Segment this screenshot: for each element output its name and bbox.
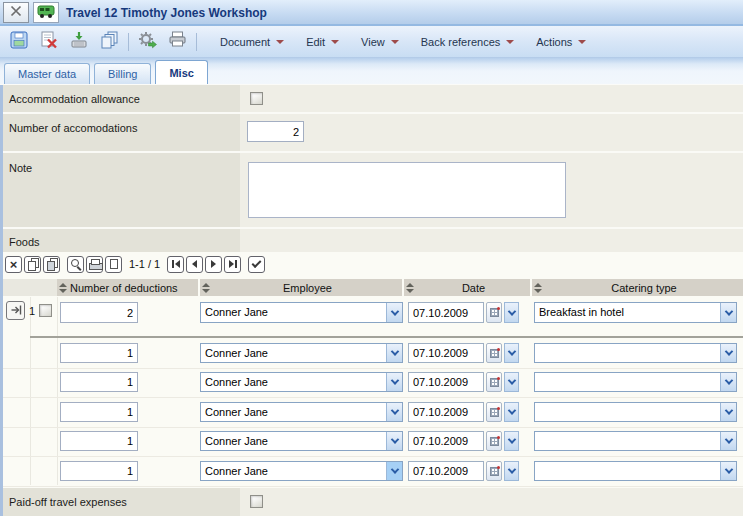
chevron-down-icon[interactable]: [720, 303, 736, 322]
calendar-button[interactable]: [486, 402, 502, 422]
date-input[interactable]: [408, 372, 484, 392]
date-input[interactable]: [408, 343, 484, 363]
save-icon: [10, 31, 29, 53]
chevron-down-icon[interactable]: [386, 344, 402, 362]
new-row-button[interactable]: [105, 256, 122, 273]
sort-icon[interactable]: [59, 283, 67, 293]
column-header-date[interactable]: Date: [404, 279, 530, 296]
employee-value: Conner Jane: [201, 462, 386, 480]
chevron-down-icon[interactable]: [720, 432, 736, 450]
calendar-button[interactable]: [486, 302, 502, 323]
deductions-input[interactable]: [60, 343, 138, 363]
window-title: Travel 12 Timothy Jones Workshop: [66, 6, 267, 20]
open-row-button[interactable]: [6, 301, 25, 320]
deductions-input[interactable]: [60, 461, 138, 481]
catering-type-select[interactable]: Breakfast in hotel: [534, 302, 737, 323]
sort-icon[interactable]: [534, 283, 542, 293]
chevron-down-icon[interactable]: [504, 402, 519, 422]
chevron-down-icon[interactable]: [386, 432, 402, 450]
date-input[interactable]: [408, 402, 484, 422]
employee-select[interactable]: Conner Jane: [200, 402, 403, 422]
catering-type-select[interactable]: [534, 402, 737, 422]
process-button[interactable]: [134, 29, 160, 55]
nav-next-button[interactable]: [205, 256, 222, 273]
column-header-catering-type[interactable]: Catering type: [532, 279, 743, 296]
search-button[interactable]: [67, 256, 84, 273]
nav-previous-button[interactable]: [186, 256, 203, 273]
tab-master-data[interactable]: Master data: [4, 63, 90, 84]
date-input[interactable]: [408, 461, 484, 481]
import-basket-button[interactable]: [66, 29, 92, 55]
deductions-input[interactable]: [60, 372, 138, 392]
note-field: [240, 153, 743, 227]
column-header-number-of-deductions[interactable]: Number of deductions: [57, 279, 198, 296]
delete-document-button[interactable]: [36, 29, 62, 55]
calendar-button[interactable]: [486, 461, 502, 481]
tab-billing[interactable]: Billing: [94, 63, 151, 84]
calendar-icon: [490, 437, 499, 446]
copy-row-button[interactable]: [24, 256, 41, 273]
copy-icon: [100, 31, 119, 53]
calendar-button[interactable]: [486, 431, 502, 451]
chevron-down-icon[interactable]: [504, 302, 519, 323]
print-table-button[interactable]: [86, 256, 103, 273]
chevron-down-icon[interactable]: [504, 343, 519, 363]
chevron-down-icon[interactable]: [386, 403, 402, 421]
chevron-down-icon[interactable]: [720, 403, 736, 421]
chevron-down-icon[interactable]: [386, 373, 402, 391]
deductions-input[interactable]: [60, 431, 138, 451]
number-of-accomodations-label: Number of accomodations: [3, 114, 240, 151]
catering-type-select[interactable]: [534, 343, 737, 363]
accommodation-allowance-checkbox[interactable]: [250, 92, 263, 105]
copy-button[interactable]: [96, 29, 122, 55]
sort-icon[interactable]: [202, 283, 210, 293]
copy-with-contents-button[interactable]: [43, 256, 60, 273]
nav-last-button[interactable]: [224, 256, 241, 273]
row-select-checkbox[interactable]: [39, 304, 52, 317]
delete-row-button[interactable]: ×: [5, 256, 22, 273]
tab-misc[interactable]: Misc: [155, 60, 207, 84]
catering-type-select[interactable]: [534, 372, 737, 392]
travel-document-button[interactable]: [33, 2, 59, 23]
menu-actions-label: Actions: [536, 36, 572, 48]
calendar-button[interactable]: [486, 343, 502, 363]
menu-edit[interactable]: Edit: [298, 32, 347, 52]
calendar-button[interactable]: [486, 372, 502, 392]
employee-select[interactable]: Conner Jane: [200, 461, 403, 481]
employee-select[interactable]: Conner Jane: [200, 431, 403, 451]
column-header-employee[interactable]: Employee: [200, 279, 402, 296]
apply-button[interactable]: [248, 256, 265, 273]
catering-type-select[interactable]: [534, 461, 737, 481]
paid-off-travel-expenses-checkbox[interactable]: [250, 495, 263, 508]
chevron-down-icon[interactable]: [386, 462, 402, 480]
date-input[interactable]: [408, 302, 484, 323]
chevron-down-icon[interactable]: [504, 431, 519, 451]
menu-view[interactable]: View: [353, 32, 407, 52]
chevron-down-icon[interactable]: [504, 372, 519, 392]
print-button[interactable]: [164, 29, 190, 55]
chevron-down-icon[interactable]: [386, 303, 402, 322]
employee-select[interactable]: Conner Jane: [200, 372, 403, 392]
nav-first-button[interactable]: [167, 256, 184, 273]
travel-window: Travel 12 Timothy Jones Workshop: [0, 0, 743, 516]
sort-icon[interactable]: [406, 283, 414, 293]
menu-back-references[interactable]: Back references: [413, 32, 522, 52]
chevron-down-icon[interactable]: [720, 462, 736, 480]
menu-document[interactable]: Document: [212, 32, 292, 52]
catering-type-value: [535, 373, 720, 391]
employee-select[interactable]: Conner Jane: [200, 343, 403, 363]
deductions-input[interactable]: [60, 302, 138, 323]
date-input[interactable]: [408, 431, 484, 451]
number-of-accomodations-input[interactable]: [247, 121, 304, 142]
deductions-input[interactable]: [60, 402, 138, 422]
menu-actions[interactable]: Actions: [528, 32, 594, 52]
save-button[interactable]: [6, 29, 32, 55]
employee-select[interactable]: Conner Jane: [200, 302, 403, 323]
catering-type-select[interactable]: [534, 431, 737, 451]
chevron-down-icon[interactable]: [720, 373, 736, 391]
chevron-down-icon[interactable]: [720, 344, 736, 362]
employee-value: Conner Jane: [201, 344, 386, 362]
close-button[interactable]: [3, 2, 29, 23]
note-textarea[interactable]: [248, 162, 566, 218]
chevron-down-icon[interactable]: [504, 461, 519, 481]
